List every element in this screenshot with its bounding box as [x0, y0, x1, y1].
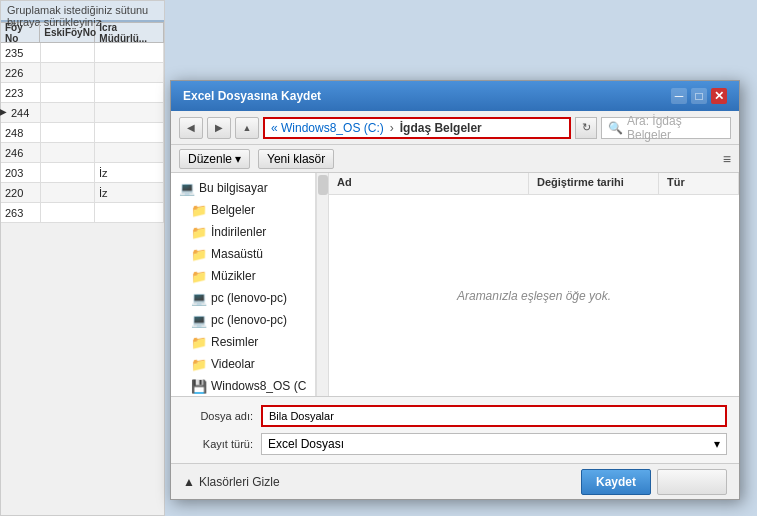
search-box[interactable]: 🔍 Ara: İgdaş Belgeler	[601, 117, 731, 139]
nav-item-windows-os[interactable]: 💾 Windows8_OS (C	[171, 375, 315, 396]
new-folder-button[interactable]: Yeni klasör	[258, 149, 334, 169]
nav-item-computer[interactable]: 💻 Bu bilgisayar	[171, 177, 315, 199]
dialog-title: Excel Dosyasına Kaydet	[183, 89, 321, 103]
filetype-select[interactable]: Excel Dosyası ▾	[261, 433, 727, 455]
nav-scrollbar[interactable]	[316, 173, 328, 396]
col-header-eski[interactable]: EskiFöyNo	[40, 23, 95, 42]
refresh-button[interactable]: ↻	[575, 117, 597, 139]
table-row: 220 İz	[1, 183, 164, 203]
column-headers: Föy No EskiFöyNo İcra Müdürlü...	[1, 23, 164, 43]
expand-icon: ▲	[183, 475, 195, 489]
expand-folders-button[interactable]: ▲ Klasörleri Gizle	[183, 475, 280, 489]
spreadsheet: Gruplamak istediğiniz sütunu buraya sürü…	[0, 0, 165, 516]
drive-icon: 💾	[191, 378, 207, 394]
dialog-footer: ▲ Klasörleri Gizle Kaydet	[171, 463, 739, 499]
table-row: 235	[1, 43, 164, 63]
table-row: 263	[1, 203, 164, 223]
folder-icon: 📁	[191, 224, 207, 240]
dialog-title-bar: Excel Dosyasına Kaydet ─ □ ✕	[171, 81, 739, 111]
save-button[interactable]: Kaydet	[581, 469, 651, 495]
table-row: 246	[1, 143, 164, 163]
filename-input[interactable]	[261, 405, 727, 427]
minimize-button[interactable]: ─	[671, 88, 687, 104]
breadcrumb-drive: « Windows8_OS (C:)	[271, 121, 384, 135]
close-button[interactable]: ✕	[711, 88, 727, 104]
computer-icon: 💻	[179, 180, 195, 196]
back-button[interactable]: ◀	[179, 117, 203, 139]
action-bar: Düzenle ▾ Yeni klasör ≡	[171, 145, 739, 173]
table-row: 248	[1, 123, 164, 143]
maximize-button[interactable]: □	[691, 88, 707, 104]
folder-icon: 📁	[191, 356, 207, 372]
folder-icon: 📁	[191, 334, 207, 350]
nav-item-pc2[interactable]: 💻 pc (lenovo-pc)	[171, 309, 315, 331]
chevron-down-icon: ▾	[714, 437, 720, 451]
col-header-name[interactable]: Ad	[329, 173, 529, 194]
dialog-body: 💻 Bu bilgisayar 📁 Belgeler 📁 İndirilenle…	[171, 173, 739, 396]
group-header-bar: Gruplamak istediğiniz sütunu buraya sürü…	[1, 1, 164, 23]
table-row: 223	[1, 83, 164, 103]
search-placeholder: Ara: İgdaş Belgeler	[627, 114, 724, 142]
breadcrumb-folder: İgdaş Belgeler	[400, 121, 482, 135]
view-toggle-button[interactable]: ≡	[723, 151, 731, 167]
col-header-icra[interactable]: İcra Müdürlü...	[95, 23, 164, 42]
nav-item-indirilenler[interactable]: 📁 İndirilenler	[171, 221, 315, 243]
breadcrumb-separator: ›	[390, 121, 394, 135]
nav-pane-wrapper: 💻 Bu bilgisayar 📁 Belgeler 📁 İndirilenle…	[171, 173, 329, 396]
organize-button[interactable]: Düzenle ▾	[179, 149, 250, 169]
folder-icon: 📁	[191, 246, 207, 262]
dialog-bottom: Dosya adı: Kayıt türü: Excel Dosyası ▾	[171, 396, 739, 463]
cancel-button[interactable]	[657, 469, 727, 495]
folder-icon: 📁	[191, 268, 207, 284]
col-header-date[interactable]: Değiştirme tarihi	[529, 173, 659, 194]
nav-pane: 💻 Bu bilgisayar 📁 Belgeler 📁 İndirilenle…	[171, 173, 316, 396]
col-header-type[interactable]: Tür	[659, 173, 739, 194]
filetype-label: Kayıt türü:	[183, 438, 253, 450]
file-pane: Ad Değiştirme tarihi Tür Aramanızla eşle…	[329, 173, 739, 396]
address-breadcrumb: « Windows8_OS (C:) › İgdaş Belgeler	[271, 121, 482, 135]
col-header-foy[interactable]: Föy No	[1, 23, 40, 42]
folder-icon: 📁	[191, 202, 207, 218]
forward-button[interactable]: ▶	[207, 117, 231, 139]
table-row: 203 İz	[1, 163, 164, 183]
nav-item-resimler[interactable]: 📁 Resimler	[171, 331, 315, 353]
nav-item-belgeler[interactable]: 📁 Belgeler	[171, 199, 315, 221]
file-pane-header: Ad Değiştirme tarihi Tür	[329, 173, 739, 195]
computer-icon: 💻	[191, 312, 207, 328]
table-row: ▶ 244	[1, 103, 164, 123]
group-header-text: Gruplamak istediğiniz sütunu buraya sürü…	[1, 1, 164, 22]
nav-item-muzikler[interactable]: 📁 Müzikler	[171, 265, 315, 287]
filename-label: Dosya adı:	[183, 410, 253, 422]
address-bar[interactable]: « Windows8_OS (C:) › İgdaş Belgeler	[263, 117, 571, 139]
filetype-row: Kayıt türü: Excel Dosyası ▾	[183, 433, 727, 455]
table-row: 226	[1, 63, 164, 83]
up-button[interactable]: ▲	[235, 117, 259, 139]
file-empty-message: Aramanızla eşleşen öğe yok.	[329, 195, 739, 396]
nav-item-pc1[interactable]: 💻 pc (lenovo-pc)	[171, 287, 315, 309]
search-icon: 🔍	[608, 121, 623, 135]
nav-item-masaustu[interactable]: 📁 Masaüstü	[171, 243, 315, 265]
nav-toolbar: ◀ ▶ ▲ « Windows8_OS (C:) › İgdaş Belgele…	[171, 111, 739, 145]
excel-save-dialog: Excel Dosyasına Kaydet ─ □ ✕ ◀ ▶ ▲ « Win…	[170, 80, 740, 500]
chevron-down-icon: ▾	[235, 152, 241, 166]
nav-item-videolar[interactable]: 📁 Videolar	[171, 353, 315, 375]
filename-row: Dosya adı:	[183, 405, 727, 427]
computer-icon: 💻	[191, 290, 207, 306]
